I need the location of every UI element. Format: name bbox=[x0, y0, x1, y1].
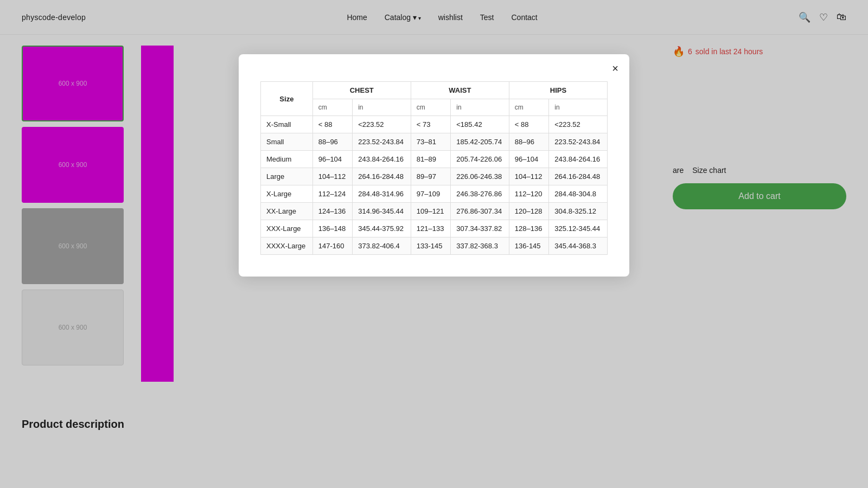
table-row: XXX-Large 136–148 345.44-375.92 121–133 … bbox=[261, 220, 608, 237]
table-row: X-Large 112–124 284.48-314.96 97–109 246… bbox=[261, 185, 608, 203]
modal-close-button[interactable]: × bbox=[612, 63, 618, 74]
cell-waist-cm: 89–97 bbox=[411, 168, 450, 185]
cell-hips-in: 223.52-243.84 bbox=[549, 133, 608, 151]
cell-waist-in: 185.42-205.74 bbox=[451, 133, 509, 151]
size-chart-table: Size CHEST WAIST HIPS cm in cm in cm in … bbox=[260, 81, 608, 255]
table-row: Small 88–96 223.52-243.84 73–81 185.42-2… bbox=[261, 133, 608, 151]
col-waist-in: in bbox=[451, 99, 509, 116]
cell-hips-cm: < 88 bbox=[509, 116, 548, 133]
cell-chest-cm: < 88 bbox=[312, 116, 352, 133]
cell-chest-in: 284.48-314.96 bbox=[353, 185, 411, 203]
cell-chest-in: 223.52-243.84 bbox=[353, 133, 411, 151]
cell-size: XX-Large bbox=[261, 203, 313, 220]
cell-waist-cm: 133-145 bbox=[411, 237, 450, 255]
col-chest-header: CHEST bbox=[312, 82, 411, 99]
cell-hips-in: 264.16-284.48 bbox=[549, 168, 608, 185]
cell-chest-cm: 112–124 bbox=[312, 185, 352, 203]
cell-hips-in: 304.8-325.12 bbox=[549, 203, 608, 220]
table-row: XX-Large 124–136 314.96-345.44 109–121 2… bbox=[261, 203, 608, 220]
cell-chest-cm: 136–148 bbox=[312, 220, 352, 237]
cell-hips-cm: 104–112 bbox=[509, 168, 548, 185]
cell-waist-cm: 109–121 bbox=[411, 203, 450, 220]
cell-waist-in: 205.74-226.06 bbox=[451, 151, 509, 168]
cell-chest-in: <223.52 bbox=[353, 116, 411, 133]
col-hips-in: in bbox=[549, 99, 608, 116]
cell-size: X-Small bbox=[261, 116, 313, 133]
cell-hips-cm: 88–96 bbox=[509, 133, 548, 151]
cell-chest-cm: 147-160 bbox=[312, 237, 352, 255]
cell-waist-cm: 81–89 bbox=[411, 151, 450, 168]
cell-size: X-Large bbox=[261, 185, 313, 203]
table-row: Medium 96–104 243.84-264.16 81–89 205.74… bbox=[261, 151, 608, 168]
cell-waist-cm: 97–109 bbox=[411, 185, 450, 203]
cell-size: XXX-Large bbox=[261, 220, 313, 237]
cell-hips-in: 345.44-368.3 bbox=[549, 237, 608, 255]
cell-chest-cm: 124–136 bbox=[312, 203, 352, 220]
col-hips-header: HIPS bbox=[509, 82, 607, 99]
cell-chest-in: 314.96-345.44 bbox=[353, 203, 411, 220]
cell-waist-in: 226.06-246.38 bbox=[451, 168, 509, 185]
col-hips-cm: cm bbox=[509, 99, 548, 116]
col-size: Size bbox=[261, 82, 313, 116]
cell-chest-in: 345.44-375.92 bbox=[353, 220, 411, 237]
cell-hips-in: <223.52 bbox=[549, 116, 608, 133]
cell-hips-in: 325.12-345.44 bbox=[549, 220, 608, 237]
cell-waist-in: 337.82-368.3 bbox=[451, 237, 509, 255]
cell-hips-cm: 136-145 bbox=[509, 237, 548, 255]
table-row: XXXX-Large 147-160 373.82-406.4 133-145 … bbox=[261, 237, 608, 255]
cell-waist-cm: 73–81 bbox=[411, 133, 450, 151]
cell-waist-cm: 121–133 bbox=[411, 220, 450, 237]
cell-size: Large bbox=[261, 168, 313, 185]
modal-overlay[interactable]: × Size CHEST WAIST HIPS cm in cm in cm i… bbox=[0, 0, 868, 441]
table-row: Large 104–112 264.16-284.48 89–97 226.06… bbox=[261, 168, 608, 185]
cell-hips-cm: 112–120 bbox=[509, 185, 548, 203]
cell-waist-in: 276.86-307.34 bbox=[451, 203, 509, 220]
cell-chest-in: 243.84-264.16 bbox=[353, 151, 411, 168]
cell-waist-in: <185.42 bbox=[451, 116, 509, 133]
cell-hips-in: 284.48-304.8 bbox=[549, 185, 608, 203]
col-chest-in: in bbox=[353, 99, 411, 116]
size-chart-modal: × Size CHEST WAIST HIPS cm in cm in cm i… bbox=[239, 54, 629, 277]
col-waist-header: WAIST bbox=[411, 82, 509, 99]
col-waist-cm: cm bbox=[411, 99, 450, 116]
col-chest-cm: cm bbox=[312, 99, 352, 116]
cell-chest-in: 264.16-284.48 bbox=[353, 168, 411, 185]
cell-waist-in: 246.38-276.86 bbox=[451, 185, 509, 203]
cell-waist-in: 307.34-337.82 bbox=[451, 220, 509, 237]
cell-hips-cm: 120–128 bbox=[509, 203, 548, 220]
cell-chest-cm: 88–96 bbox=[312, 133, 352, 151]
cell-size: Small bbox=[261, 133, 313, 151]
cell-size: Medium bbox=[261, 151, 313, 168]
cell-size: XXXX-Large bbox=[261, 237, 313, 255]
cell-chest-in: 373.82-406.4 bbox=[353, 237, 411, 255]
cell-hips-cm: 96–104 bbox=[509, 151, 548, 168]
cell-waist-cm: < 73 bbox=[411, 116, 450, 133]
cell-hips-cm: 128–136 bbox=[509, 220, 548, 237]
table-row: X-Small < 88 <223.52 < 73 <185.42 < 88 <… bbox=[261, 116, 608, 133]
cell-chest-cm: 96–104 bbox=[312, 151, 352, 168]
cell-chest-cm: 104–112 bbox=[312, 168, 352, 185]
cell-hips-in: 243.84-264.16 bbox=[549, 151, 608, 168]
